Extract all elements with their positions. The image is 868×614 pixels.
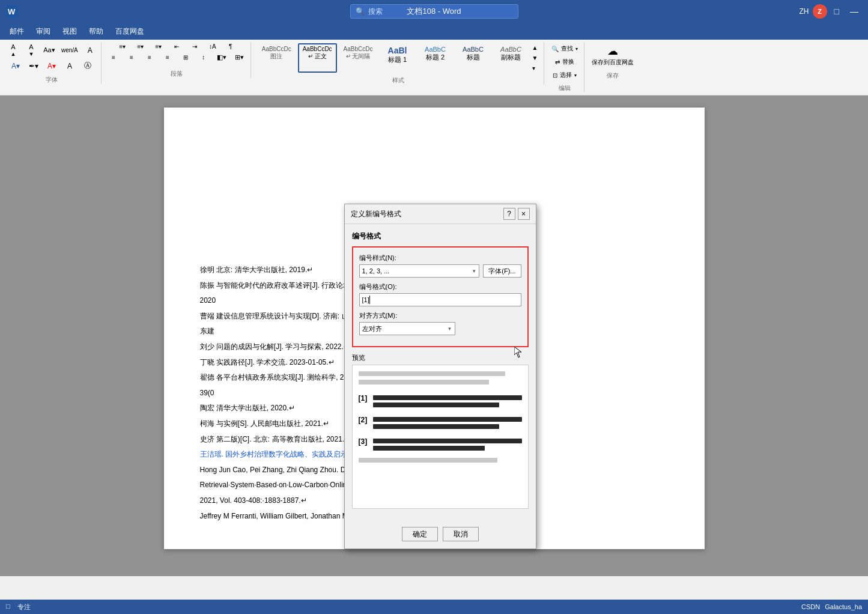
- ribbon-align-justify[interactable]: ≡: [159, 53, 176, 62]
- ribbon-outdent[interactable]: ⇤: [168, 42, 185, 51]
- menu-view[interactable]: 视图: [58, 25, 82, 38]
- dialog-title-buttons: ? ×: [503, 208, 530, 220]
- ribbon-font-label: 字体: [46, 73, 58, 84]
- ribbon-sort[interactable]: ↕A: [204, 42, 221, 51]
- ribbon-font-size-down[interactable]: A▼: [23, 42, 40, 58]
- number-style-row: 1, 2, 3, ... ▼ 字体(F)...: [359, 264, 521, 278]
- ribbon-replace[interactable]: ⇄ 替换: [553, 55, 577, 68]
- document-area: 徐明 北京: 清华大学出版社, 2019.↵ 陈振 与智能化时代的政府改革述评[…: [0, 96, 868, 576]
- style-heading[interactable]: AaBbC 标题: [455, 43, 491, 73]
- ribbon-font-aa[interactable]: Aa▾: [41, 45, 58, 55]
- preview-box: [1] [2]: [352, 365, 529, 509]
- user-avatar[interactable]: Z: [813, 4, 827, 19]
- ribbon-border[interactable]: ⊞▾: [231, 52, 248, 62]
- document-page[interactable]: 徐明 北京: 清华大学出版社, 2019.↵ 陈振 与智能化时代的政府改革述评[…: [164, 108, 705, 549]
- align-row: 左对齐 ▼: [359, 322, 521, 335]
- menu-baiduyun[interactable]: 百度网盘: [111, 25, 149, 38]
- document-title: 文档108 - Word: [407, 6, 461, 17]
- ribbon-font-row2: A▾ ✒▾ A▾ A Ⓐ: [7, 59, 96, 72]
- preview-section: 预览 [1]: [352, 353, 529, 509]
- style-body[interactable]: AaBbCcDc ↵ 正文: [298, 43, 337, 73]
- title-bar-left: W: [6, 5, 18, 17]
- ribbon-list-bullet[interactable]: ≡▾: [114, 42, 131, 51]
- ribbon-select[interactable]: ⊡ 选择▾: [550, 68, 579, 82]
- ribbon-shading[interactable]: ◧▾: [213, 52, 230, 62]
- ribbon: A▲ A▼ Aa▾ wen/A A A▾ ✒▾ A▾ A Ⓐ 字体 ≡▾ ≡▾ …: [0, 40, 868, 96]
- ribbon-group-save: ☁ 保存到百度网盘 保存: [586, 42, 640, 80]
- dialog-title-bar: 定义新编号格式 ? ×: [345, 204, 536, 224]
- numbering-format-section: 编号样式(N): 1, 2, 3, ... ▼ 字体(F)... 编号格式(O)…: [352, 246, 529, 347]
- preview-number-1: [1]: [359, 394, 373, 403]
- dialog-close-button[interactable]: ×: [518, 208, 530, 220]
- ribbon-list-indent[interactable]: ≡▾: [150, 42, 167, 51]
- ok-button[interactable]: 确定: [402, 527, 438, 541]
- window-maximize[interactable]: □: [831, 5, 843, 17]
- cursor-blink: [369, 296, 370, 304]
- number-format-input[interactable]: [1]: [359, 293, 521, 306]
- search-icon: 🔍: [356, 7, 365, 16]
- ribbon-highlight[interactable]: A▾: [7, 61, 24, 71]
- preview-bar-2a: [373, 417, 522, 422]
- ribbon-align-center[interactable]: ≡: [123, 53, 140, 62]
- ribbon-list-number[interactable]: ≡▾: [132, 42, 149, 51]
- number-style-label: 编号样式(N):: [359, 254, 521, 263]
- preview-bar-2b: [373, 424, 500, 429]
- lang-indicator: ZH: [800, 7, 809, 16]
- save-icon: ☁: [607, 44, 618, 58]
- ribbon-group-styles: AaBbCcDc 图注 AaBbCcDc ↵ 正文 AaBbCcDc ↵ 无间隔…: [252, 42, 545, 85]
- number-style-arrow: ▼: [472, 269, 476, 274]
- cancel-button[interactable]: 取消: [443, 527, 479, 541]
- search-placeholder: 搜索: [368, 7, 383, 17]
- ribbon-indent[interactable]: ⇥: [186, 42, 203, 51]
- ribbon-para-row1: ≡▾ ≡▾ ≡▾ ⇤ ⇥ ↕A ¶: [114, 42, 239, 51]
- number-style-select[interactable]: 1, 2, 3, ... ▼: [359, 264, 480, 278]
- style-heading2[interactable]: AaBbC 标题 2: [417, 43, 454, 73]
- ribbon-font-A2[interactable]: A: [61, 61, 78, 71]
- preview-gray-1: [359, 371, 506, 376]
- style-caption[interactable]: AaBbCcDc 图注: [257, 43, 296, 73]
- style-nospace[interactable]: AaBbCcDc ↵ 无间隔: [339, 43, 378, 73]
- ribbon-pen[interactable]: ✒▾: [25, 61, 42, 71]
- dialog-footer: 确定 取消: [345, 522, 536, 549]
- replace-icon: ⇄: [555, 59, 560, 65]
- define-numbering-dialog: 定义新编号格式 ? × 编号格式 编号样式(N):: [344, 204, 536, 549]
- preview-gray-3: [359, 458, 497, 463]
- ribbon-clear-format[interactable]: A: [82, 45, 99, 56]
- ribbon-align-right[interactable]: ≡: [141, 53, 158, 62]
- ribbon-wenzhu[interactable]: wen/A: [59, 46, 80, 55]
- menu-review[interactable]: 审阅: [31, 25, 55, 38]
- ribbon-align-left[interactable]: ≡: [105, 53, 122, 62]
- number-format-label: 编号格式(O):: [359, 282, 521, 291]
- font-button[interactable]: 字体(F)...: [483, 264, 521, 278]
- ribbon-edit-label: 编辑: [559, 82, 571, 93]
- menu-mail[interactable]: 邮件: [5, 25, 29, 38]
- style-scroll-up[interactable]: ▲: [531, 43, 539, 52]
- window-minimize[interactable]: —: [846, 5, 862, 17]
- menu-help[interactable]: 帮助: [84, 25, 108, 38]
- menu-bar: 邮件 审阅 视图 帮助 百度网盘: [0, 23, 868, 40]
- svg-text:W: W: [8, 7, 16, 16]
- style-subtitle[interactable]: AaBbC 副标题: [493, 43, 529, 73]
- ribbon-find[interactable]: 🔍 查找▾: [549, 42, 580, 55]
- preview-bar-3b: [373, 446, 485, 451]
- ribbon-linespace[interactable]: ↕: [195, 53, 212, 62]
- ribbon-pilcrow[interactable]: ¶: [222, 42, 239, 51]
- ribbon-save-baidu[interactable]: ☁ 保存到百度网盘: [589, 42, 636, 69]
- ribbon-font-circle[interactable]: Ⓐ: [79, 59, 96, 72]
- style-more[interactable]: ▾: [531, 64, 539, 73]
- style-gallery: AaBbCcDc 图注 AaBbCcDc ↵ 正文 AaBbCcDc ↵ 无间隔…: [256, 42, 541, 74]
- ribbon-font-size-up[interactable]: A▲: [5, 42, 22, 58]
- align-select[interactable]: 左对齐 ▼: [359, 322, 455, 335]
- word-icon: W: [6, 5, 18, 17]
- ribbon-col[interactable]: ⊞: [177, 53, 194, 62]
- ribbon-font-color[interactable]: A▾: [43, 61, 60, 71]
- preview-number-2: [2]: [359, 416, 373, 424]
- align-arrow: ▼: [448, 326, 452, 332]
- style-heading1[interactable]: AaBl 标题 1: [380, 43, 416, 73]
- ribbon-para-row2: ≡ ≡ ≡ ≡ ⊞ ↕ ◧▾ ⊞▾: [105, 52, 248, 62]
- dialog-body: 编号格式 编号样式(N): 1, 2, 3, ... ▼ 字体(F)...: [345, 224, 536, 522]
- select-icon: ⊡: [553, 72, 557, 79]
- align-label: 对齐方式(M):: [359, 311, 521, 320]
- dialog-help-button[interactable]: ?: [503, 208, 515, 220]
- style-scroll-down[interactable]: ▼: [531, 53, 539, 62]
